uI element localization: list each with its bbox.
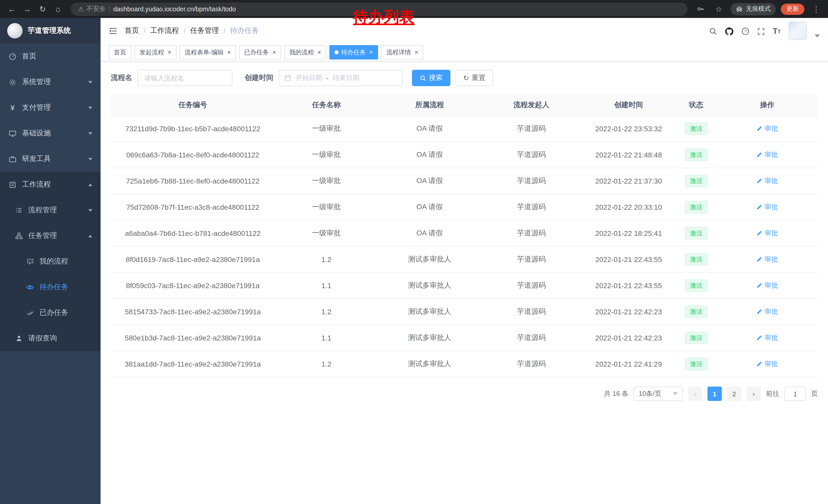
sidebar-item-home[interactable]: 首页 bbox=[0, 44, 100, 69]
approve-link[interactable]: 审批 bbox=[756, 255, 778, 264]
cell-initiator: 芋道源码 bbox=[481, 273, 581, 299]
sidebar-item-workflow[interactable]: 工作流程 bbox=[0, 172, 100, 197]
tab-start-process[interactable]: 发起流程 × bbox=[134, 45, 176, 59]
approve-link[interactable]: 审批 bbox=[756, 307, 778, 316]
avatar-caret-icon bbox=[815, 34, 820, 37]
date-range-picker[interactable]: 开始日期 - 结束日期 bbox=[279, 70, 403, 86]
approve-link[interactable]: 审批 bbox=[756, 229, 778, 238]
sidebar-item-infrastructure[interactable]: 基础设施 bbox=[0, 121, 100, 146]
cell-task-name: 一级审批 bbox=[275, 194, 378, 220]
reset-button[interactable]: ↻ 重置 bbox=[456, 70, 493, 86]
table-row: 580e1b3d-7ac8-11ec-a9e2-a2380e71991a 1.1… bbox=[111, 325, 818, 351]
user-avatar[interactable] bbox=[788, 21, 807, 40]
approve-link[interactable]: 审批 bbox=[756, 281, 778, 290]
approve-link[interactable]: 审批 bbox=[756, 359, 778, 369]
todo-task-table: 任务编号 任务名称 所属流程 流程发起人 创建时间 状态 操作 bbox=[111, 94, 818, 377]
table-row: 8f059c03-7ac8-11ec-a9e2-a2380e71991a 1.1… bbox=[111, 273, 818, 299]
close-icon[interactable]: × bbox=[273, 49, 276, 55]
range-separator: - bbox=[326, 74, 329, 82]
sidebar-item-payment[interactable]: ¥ 支付管理 bbox=[0, 95, 100, 121]
fullscreen-icon[interactable] bbox=[757, 22, 765, 40]
page-button-2[interactable]: 2 bbox=[727, 386, 741, 401]
sidebar-item-my-processes[interactable]: 我的流程 bbox=[0, 249, 100, 274]
browser-menu-icon[interactable]: ⋮ bbox=[810, 2, 823, 16]
help-icon[interactable]: ? bbox=[741, 22, 749, 40]
col-status: 状态 bbox=[676, 94, 717, 116]
key-icon[interactable] bbox=[694, 2, 707, 16]
tab-process-detail[interactable]: 流程详情 × bbox=[381, 45, 423, 59]
sidebar-item-label: 支付管理 bbox=[22, 103, 51, 112]
browser-update-button[interactable]: 更新 bbox=[781, 3, 804, 15]
goto-page-input[interactable] bbox=[784, 386, 806, 401]
cell-create-time: 2022-01-21 22:43:55 bbox=[581, 246, 676, 273]
cell-process: OA 请假 bbox=[378, 116, 481, 142]
cell-initiator: 芋道源码 bbox=[481, 142, 581, 168]
cell-task-name: 一级审批 bbox=[275, 220, 378, 246]
cell-create-time: 2022-01-22 21:37:30 bbox=[581, 168, 676, 194]
page-size-select[interactable]: 10条/页 bbox=[633, 386, 683, 401]
browser-forward-button[interactable]: → bbox=[20, 2, 34, 16]
browser-home-button[interactable]: ⌂ bbox=[51, 2, 65, 16]
cell-process: OA 请假 bbox=[378, 168, 481, 194]
close-icon[interactable]: × bbox=[168, 49, 171, 55]
sidebar-toggle-icon[interactable] bbox=[109, 22, 118, 40]
address-divider bbox=[109, 5, 110, 12]
sidebar-item-system[interactable]: 系统管理 bbox=[0, 69, 100, 95]
prev-page-button[interactable]: ‹ bbox=[688, 386, 702, 401]
close-icon[interactable]: × bbox=[415, 49, 418, 55]
sidebar-item-todo-tasks[interactable]: 待办任务 bbox=[0, 274, 100, 300]
cell-task-id: 580e1b3d-7ac8-11ec-a9e2-a2380e71991a bbox=[111, 325, 275, 351]
bookmark-star-icon[interactable]: ☆ bbox=[712, 2, 726, 16]
tab-todo-tasks[interactable]: 待办任务 × bbox=[329, 45, 378, 59]
breadcrumb-workflow[interactable]: 工作流程 bbox=[150, 26, 179, 35]
app-logo: 芋道管理系统 bbox=[0, 18, 100, 44]
approve-link[interactable]: 审批 bbox=[756, 333, 778, 342]
sidebar-item-devtools[interactable]: 研发工具 bbox=[0, 146, 100, 172]
cell-task-id: 725a1eb6-7b88-11ec-8ef0-acde48001122 bbox=[111, 168, 275, 194]
next-page-button[interactable]: › bbox=[746, 386, 761, 401]
github-icon[interactable] bbox=[725, 22, 734, 40]
sidebar-item-done-tasks[interactable]: 已办任务 bbox=[0, 300, 100, 326]
tab-home[interactable]: 首页 bbox=[109, 45, 131, 59]
check-circle-icon bbox=[26, 309, 34, 316]
edit-pencil-icon bbox=[756, 256, 762, 263]
cell-process: OA 请假 bbox=[378, 194, 481, 220]
tab-done-tasks[interactable]: 已办任务 × bbox=[239, 45, 281, 59]
browser-reload-button[interactable]: ↻ bbox=[36, 2, 49, 16]
page-button-1[interactable]: 1 bbox=[707, 386, 722, 401]
tags-view-bar: 首页 发起流程 × 流程表单-编辑 × 已办任务 × 我的流程 × bbox=[100, 44, 828, 61]
breadcrumb-task-management[interactable]: 任务管理 bbox=[190, 26, 219, 35]
close-icon[interactable]: × bbox=[369, 49, 373, 55]
sidebar-item-label: 已办任务 bbox=[40, 308, 68, 317]
approve-link[interactable]: 审批 bbox=[756, 150, 778, 159]
security-indicator[interactable]: ⚠ 不安全 bbox=[78, 5, 106, 13]
cell-task-id: 58154733-7ac8-11ec-a9e2-a2380e71991a bbox=[111, 299, 275, 325]
approve-link[interactable]: 审批 bbox=[756, 176, 778, 186]
search-icon[interactable] bbox=[709, 22, 717, 40]
breadcrumb-separator: / bbox=[143, 27, 146, 35]
breadcrumb-home[interactable]: 首页 bbox=[125, 26, 139, 35]
font-size-icon[interactable]: TT bbox=[773, 22, 781, 40]
sidebar-item-leave-query[interactable]: 请假查询 bbox=[0, 326, 100, 351]
cell-task-name: 一级审批 bbox=[275, 142, 378, 168]
tab-my-processes[interactable]: 我的流程 × bbox=[284, 45, 326, 59]
eye-icon bbox=[26, 283, 34, 291]
goto-label: 前往 bbox=[766, 389, 779, 398]
sidebar-item-task-management[interactable]: 任务管理 bbox=[0, 223, 100, 249]
approve-link[interactable]: 审批 bbox=[756, 124, 778, 133]
edit-pencil-icon bbox=[756, 361, 762, 367]
close-icon[interactable]: × bbox=[318, 49, 321, 55]
col-initiator: 流程发起人 bbox=[481, 94, 581, 116]
browser-back-button[interactable]: ← bbox=[5, 2, 18, 16]
create-time-label: 创建时间 bbox=[245, 73, 274, 83]
approve-link[interactable]: 审批 bbox=[756, 202, 778, 212]
cell-task-id: 069c6a63-7b8a-11ec-8ef0-acde48001122 bbox=[111, 142, 275, 168]
cell-task-name: 1.1 bbox=[275, 273, 378, 299]
search-button[interactable]: 搜索 bbox=[412, 70, 450, 86]
process-name-input[interactable] bbox=[137, 70, 233, 86]
close-icon[interactable]: × bbox=[227, 49, 231, 55]
status-badge: 激活 bbox=[685, 332, 707, 344]
sidebar-item-process-management[interactable]: 流程管理 bbox=[0, 197, 100, 223]
screen: ← → ↻ ⌂ ⚠ 不安全 dashboard.yudao.iocoder.cn… bbox=[0, 0, 828, 504]
tab-form-edit[interactable]: 流程表单-编辑 × bbox=[179, 45, 236, 59]
